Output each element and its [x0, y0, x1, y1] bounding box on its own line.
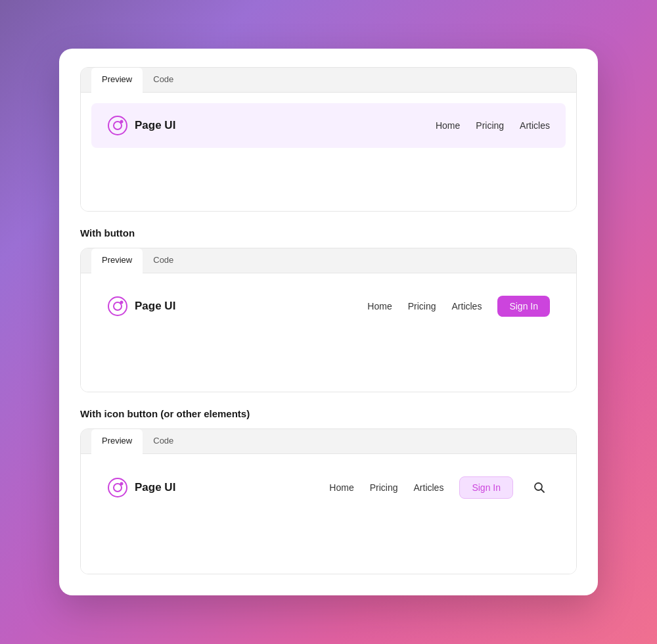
- tabs-bar-basic: Preview Code: [81, 68, 576, 93]
- navbar-basic: Page UI Home Pricing Articles: [91, 103, 566, 148]
- svg-point-2: [120, 120, 124, 124]
- logo-icon-with-icon-button: [107, 477, 128, 498]
- nav-links-with-button: Home Pricing Articles Sign In: [367, 296, 550, 317]
- tab-code-with-icon-button[interactable]: Code: [143, 429, 184, 453]
- nav-articles-basic[interactable]: Articles: [520, 120, 550, 131]
- section-label-with-button: With button: [59, 212, 598, 248]
- tab-preview-with-button[interactable]: Preview: [91, 248, 143, 273]
- tab-preview-with-icon-button[interactable]: Preview: [91, 429, 143, 454]
- svg-point-5: [120, 301, 124, 304]
- logo-icon-basic: [107, 115, 128, 136]
- section-basic: Preview Code Page UI Home Pri: [59, 49, 598, 212]
- nav-links-with-icon-button: Home Pricing Articles Sign In: [329, 476, 550, 499]
- preview-content-with-button: Page UI Home Pricing Articles Sign In: [81, 284, 576, 392]
- preview-empty-basic: [81, 158, 576, 211]
- svg-point-3: [108, 297, 127, 315]
- preview-box-with-icon-button: Preview Code Page UI Home Pri: [80, 428, 577, 574]
- nav-home-basic[interactable]: Home: [436, 120, 460, 131]
- svg-point-4: [114, 302, 122, 310]
- navbar-with-icon-button: Page UI Home Pricing Articles Sign In: [91, 465, 566, 511]
- sign-in-button-with-button[interactable]: Sign In: [497, 296, 550, 317]
- svg-point-6: [108, 478, 127, 497]
- logo-icon-with-button: [107, 296, 128, 317]
- tab-preview-basic[interactable]: Preview: [91, 68, 143, 93]
- preview-content-basic: Page UI Home Pricing Articles: [81, 103, 576, 211]
- search-button-with-icon-button[interactable]: [529, 477, 550, 498]
- svg-point-0: [108, 116, 127, 135]
- nav-home-with-icon-button[interactable]: Home: [329, 482, 353, 493]
- section-with-icon-button: With icon button (or other elements) Pre…: [59, 392, 598, 574]
- nav-pricing-with-icon-button[interactable]: Pricing: [370, 482, 398, 493]
- logo-area-with-button: Page UI: [107, 296, 175, 317]
- nav-links-basic: Home Pricing Articles: [436, 120, 550, 131]
- tabs-bar-with-button: Preview Code: [81, 248, 576, 273]
- logo-text-with-button: Page UI: [135, 300, 175, 313]
- preview-box-with-button: Preview Code Page UI Home Pri: [80, 248, 577, 392]
- tab-code-basic[interactable]: Code: [143, 68, 184, 92]
- sign-in-button-with-icon-button[interactable]: Sign In: [459, 476, 513, 499]
- section-with-button: With button Preview Code Page UI: [59, 212, 598, 392]
- nav-pricing-with-button[interactable]: Pricing: [408, 301, 436, 311]
- search-icon: [533, 481, 546, 494]
- tabs-bar-with-icon-button: Preview Code: [81, 429, 576, 454]
- nav-articles-with-button[interactable]: Articles: [452, 301, 482, 311]
- nav-articles-with-icon-button[interactable]: Articles: [414, 482, 444, 493]
- logo-area-with-icon-button: Page UI: [107, 477, 175, 498]
- logo-text-basic: Page UI: [135, 119, 175, 132]
- svg-line-10: [541, 490, 545, 493]
- logo-text-with-icon-button: Page UI: [135, 481, 175, 494]
- logo-area-basic: Page UI: [107, 115, 175, 136]
- preview-content-with-icon-button: Page UI Home Pricing Articles Sign In: [81, 465, 576, 574]
- preview-empty-with-icon-button: [81, 521, 576, 574]
- nav-pricing-basic[interactable]: Pricing: [476, 120, 504, 131]
- section-label-with-icon-button: With icon button (or other elements): [59, 392, 598, 428]
- tab-code-with-button[interactable]: Code: [143, 248, 184, 273]
- nav-home-with-button[interactable]: Home: [367, 301, 392, 311]
- preview-box-basic: Preview Code Page UI Home Pri: [80, 67, 577, 212]
- svg-point-7: [114, 484, 122, 492]
- svg-point-1: [114, 122, 122, 129]
- navbar-with-button: Page UI Home Pricing Articles Sign In: [91, 284, 566, 329]
- svg-point-8: [120, 482, 124, 486]
- main-card: Preview Code Page UI Home Pri: [59, 49, 598, 595]
- preview-empty-with-button: [81, 339, 576, 392]
